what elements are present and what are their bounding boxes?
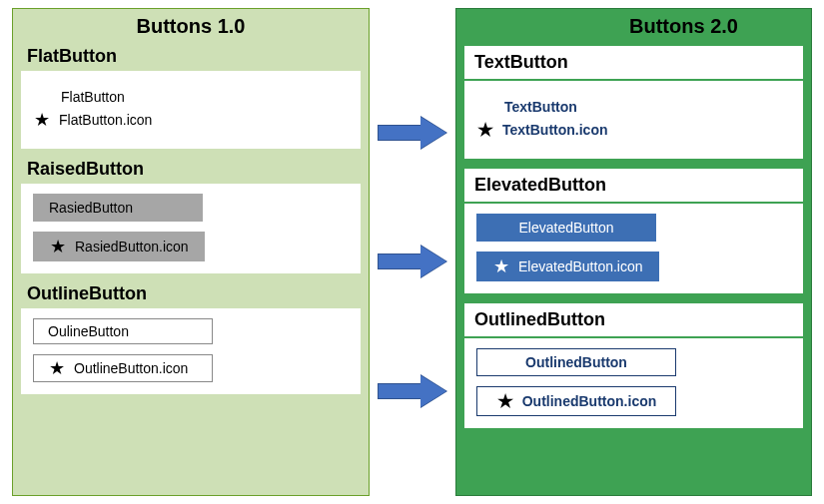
group-outlinedbutton: OutlinedButton OutlinedButton ★ Outlined…: [456, 299, 811, 434]
textbutton-plain[interactable]: TextButton: [476, 99, 791, 115]
outlinedbutton-plain[interactable]: OutlinedButton: [476, 348, 676, 376]
card-outline: OulineButton ★ OutlineButton.icon: [21, 308, 361, 394]
star-icon: ★: [49, 238, 67, 255]
card-outlined: OutlinedButton ★ OutlinedButton.icon: [464, 338, 803, 428]
group-flatbutton: FlatButton FlatButton ★ FlatButton.icon: [13, 42, 369, 155]
group-title-elevated: ElevatedButton: [464, 169, 803, 202]
arrow-icon: [378, 118, 447, 148]
elevatedbutton-plain[interactable]: ElevatedButton: [476, 214, 656, 242]
star-icon: ★: [48, 359, 66, 377]
card-elevated: ElevatedButton ★ ElevatedButton.icon: [464, 204, 803, 293]
outlinedbutton-icon-label: OutlinedButton.icon: [522, 393, 657, 409]
card-raised: RasiedButton ★ RasiedButton.icon: [21, 184, 361, 273]
raisedbutton-icon-label: RasiedButton.icon: [75, 239, 189, 254]
group-textbutton: TextButton TextButton ★ TextButton.icon: [456, 42, 811, 165]
outlinebutton-icon[interactable]: ★ OutlineButton.icon: [33, 354, 213, 382]
panel-title-right: Buttons 2.0: [456, 9, 811, 42]
raisedbutton-plain-label: RasiedButton: [49, 200, 133, 216]
outlinedbutton-icon[interactable]: ★ OutlinedButton.icon: [476, 386, 676, 416]
star-icon: ★: [492, 257, 510, 275]
group-title-text: TextButton: [464, 46, 803, 79]
elevatedbutton-icon[interactable]: ★ ElevatedButton.icon: [476, 252, 659, 281]
arrows-column: [370, 8, 455, 496]
card-flat: FlatButton ★ FlatButton.icon: [21, 71, 361, 149]
group-title-raised: RaisedButton: [21, 155, 361, 184]
flatbutton-icon-label: FlatButton.icon: [59, 112, 152, 128]
arrow-icon: [378, 376, 447, 406]
card-text: TextButton ★ TextButton.icon: [464, 81, 803, 159]
elevatedbutton-plain-label: ElevatedButton: [519, 220, 614, 236]
flatbutton-plain-label: FlatButton: [61, 89, 125, 105]
textbutton-plain-label: TextButton: [504, 99, 577, 115]
elevatedbutton-icon-label: ElevatedButton.icon: [518, 258, 643, 274]
raisedbutton-icon[interactable]: ★ RasiedButton.icon: [33, 232, 205, 261]
group-title-flat: FlatButton: [21, 42, 361, 71]
flatbutton-plain[interactable]: FlatButton: [33, 89, 349, 105]
outlinebutton-plain[interactable]: OulineButton: [33, 318, 213, 344]
arrow-icon: [378, 247, 447, 276]
flatbutton-icon[interactable]: ★ FlatButton.icon: [33, 111, 349, 129]
outlinedbutton-plain-label: OutlinedButton: [525, 354, 627, 370]
buttons-1-panel: Buttons 1.0 FlatButton FlatButton ★ Flat…: [12, 8, 370, 496]
group-title-outline: OutlineButton: [21, 279, 361, 308]
panel-title-left: Buttons 1.0: [13, 9, 369, 42]
outlinebutton-plain-label: OulineButton: [48, 323, 129, 339]
group-outlinebutton: OutlineButton OulineButton ★ OutlineButt…: [13, 279, 369, 400]
group-raisedbutton: RaisedButton RasiedButton ★ RasiedButton…: [13, 155, 369, 279]
textbutton-icon[interactable]: ★ TextButton.icon: [476, 121, 791, 139]
textbutton-icon-label: TextButton.icon: [502, 122, 608, 138]
outlinebutton-icon-label: OutlineButton.icon: [74, 360, 188, 376]
buttons-2-panel: Buttons 2.0 TextButton TextButton ★ Text…: [455, 8, 812, 496]
group-title-outlined: OutlinedButton: [464, 303, 803, 336]
star-icon: ★: [33, 111, 51, 129]
group-elevatedbutton: ElevatedButton ElevatedButton ★ Elevated…: [456, 165, 811, 299]
raisedbutton-plain[interactable]: RasiedButton: [33, 194, 203, 222]
star-icon: ★: [476, 121, 494, 139]
star-icon: ★: [496, 392, 514, 410]
